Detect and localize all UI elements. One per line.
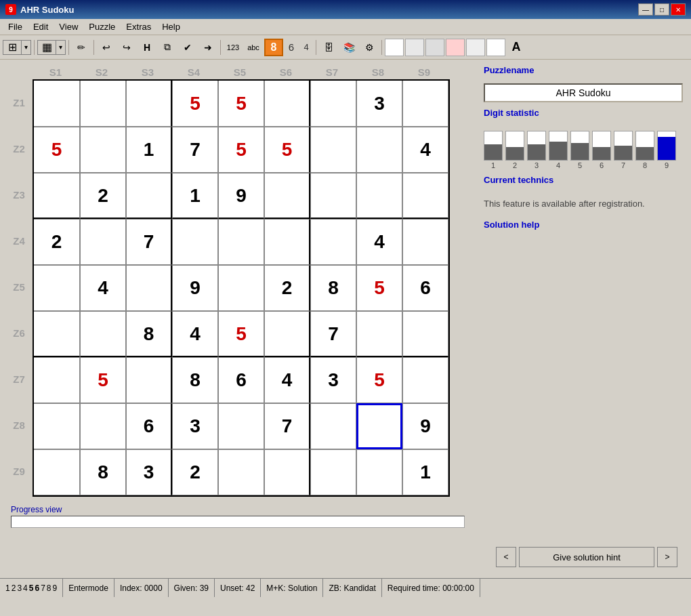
cell-r8-c5[interactable]: [218, 403, 264, 449]
cell-r8-c9[interactable]: 9: [402, 403, 448, 449]
color-btn-5[interactable]: [466, 39, 485, 56]
grid-selector[interactable]: ⊞ ▾: [3, 40, 31, 55]
cell-r6-c5[interactable]: 5: [218, 311, 264, 357]
grid-dropdown-arrow[interactable]: ▾: [21, 41, 30, 54]
cell-r7-c7[interactable]: 3: [310, 357, 356, 403]
cell-r3-c8[interactable]: [356, 173, 402, 219]
cell-r7-c4[interactable]: 8: [172, 357, 218, 403]
cell-r5-c4[interactable]: 9: [172, 265, 218, 311]
redo-button[interactable]: ↪: [117, 39, 136, 56]
cell-r1-c8[interactable]: 3: [356, 81, 402, 127]
digit-8-button[interactable]: 8: [264, 39, 283, 56]
status-digit-9[interactable]: 9: [53, 583, 58, 593]
menu-help[interactable]: Help: [156, 20, 186, 33]
menu-puzzle[interactable]: Puzzle: [83, 20, 121, 33]
cell-r3-c4[interactable]: 1: [172, 173, 218, 219]
cell-r5-c9[interactable]: 6: [402, 265, 448, 311]
cell-r6-c1[interactable]: [34, 311, 80, 357]
cell-r3-c2[interactable]: 2: [80, 173, 126, 219]
cell-r8-c2[interactable]: [80, 403, 126, 449]
cell-r8-c3[interactable]: 6: [126, 403, 172, 449]
cell-r9-c1[interactable]: [34, 449, 80, 495]
btn-text-a[interactable]: A: [507, 39, 526, 56]
btn-abc[interactable]: abc: [244, 39, 263, 56]
btn-arrow[interactable]: ➜: [198, 39, 217, 56]
progress-label[interactable]: Progress view: [11, 505, 465, 514]
pencil-button[interactable]: ✏: [72, 39, 91, 56]
cell-r7-c8[interactable]: 5: [356, 357, 402, 403]
cell-r5-c2[interactable]: 4: [80, 265, 126, 311]
cell-r5-c8[interactable]: 5: [356, 265, 402, 311]
view-selector[interactable]: ▦ ▾: [37, 40, 66, 55]
view-dropdown-arrow[interactable]: ▾: [56, 41, 65, 54]
close-button[interactable]: ✕: [671, 3, 686, 16]
cell-r9-c3[interactable]: 3: [126, 449, 172, 495]
cell-r9-c9[interactable]: 1: [402, 449, 448, 495]
cell-r9-c2[interactable]: 8: [80, 449, 126, 495]
color-btn-4[interactable]: [446, 39, 465, 56]
cell-r7-c3[interactable]: [126, 357, 172, 403]
cell-r7-c2[interactable]: 5: [80, 357, 126, 403]
cell-r8-c8[interactable]: [356, 403, 402, 449]
cell-r7-c5[interactable]: 6: [218, 357, 264, 403]
cell-r4-c5[interactable]: [218, 219, 264, 265]
status-digit-3[interactable]: 3: [17, 583, 22, 593]
cell-r1-c7[interactable]: [310, 81, 356, 127]
cell-r2-c4[interactable]: 7: [172, 127, 218, 173]
cell-r6-c3[interactable]: 8: [126, 311, 172, 357]
cell-r4-c9[interactable]: [402, 219, 448, 265]
btn-stack[interactable]: 📚: [339, 39, 358, 56]
cell-r8-c7[interactable]: [310, 403, 356, 449]
cell-r4-c1[interactable]: 2: [34, 219, 80, 265]
cell-r7-c9[interactable]: [402, 357, 448, 403]
cell-r2-c7[interactable]: [310, 127, 356, 173]
cell-r1-c3[interactable]: [126, 81, 172, 127]
maximize-button[interactable]: □: [654, 3, 669, 16]
cell-r2-c3[interactable]: 1: [126, 127, 172, 173]
status-digit-6[interactable]: 6: [35, 583, 39, 593]
cell-r5-c1[interactable]: [34, 265, 80, 311]
btn-check[interactable]: ✔: [178, 39, 197, 56]
menu-view[interactable]: View: [54, 20, 83, 33]
cell-r2-c6[interactable]: 5: [264, 127, 310, 173]
btn-db[interactable]: 🗄: [319, 39, 338, 56]
cell-r5-c3[interactable]: [126, 265, 172, 311]
menu-file[interactable]: File: [3, 20, 28, 33]
cell-r6-c6[interactable]: [264, 311, 310, 357]
cell-r2-c9[interactable]: 4: [402, 127, 448, 173]
cell-r6-c4[interactable]: 4: [172, 311, 218, 357]
cell-r8-c4[interactable]: 3: [172, 403, 218, 449]
cell-r5-c6[interactable]: 2: [264, 265, 310, 311]
cell-r1-c2[interactable]: [80, 81, 126, 127]
cell-r8-c1[interactable]: [34, 403, 80, 449]
cell-r9-c4[interactable]: 2: [172, 449, 218, 495]
status-digit-8[interactable]: 8: [47, 583, 51, 593]
undo-button[interactable]: ↩: [97, 39, 116, 56]
cell-r3-c1[interactable]: [34, 173, 80, 219]
prev-hint-button[interactable]: <: [496, 547, 516, 567]
cell-r4-c8[interactable]: 4: [356, 219, 402, 265]
next-hint-button[interactable]: >: [657, 547, 677, 567]
cell-r1-c1[interactable]: [34, 81, 80, 127]
cell-r5-c5[interactable]: [218, 265, 264, 311]
cell-r7-c1[interactable]: [34, 357, 80, 403]
cell-r1-c6[interactable]: [264, 81, 310, 127]
btn-h[interactable]: H: [138, 39, 156, 56]
give-hint-button[interactable]: Give solution hint: [519, 547, 654, 567]
cell-r9-c8[interactable]: [356, 449, 402, 495]
cell-r2-c5[interactable]: 5: [218, 127, 264, 173]
cell-r3-c6[interactable]: [264, 173, 310, 219]
cell-r8-c6[interactable]: 7: [264, 403, 310, 449]
cell-r4-c4[interactable]: [172, 219, 218, 265]
color-btn-3[interactable]: [425, 39, 444, 56]
menu-edit[interactable]: Edit: [28, 20, 54, 33]
color-btn-6[interactable]: [486, 39, 505, 56]
cell-r9-c6[interactable]: [264, 449, 310, 495]
cell-r4-c2[interactable]: [80, 219, 126, 265]
cell-r6-c9[interactable]: [402, 311, 448, 357]
cell-r2-c8[interactable]: [356, 127, 402, 173]
btn-123[interactable]: 123: [224, 39, 243, 56]
cell-r2-c2[interactable]: [80, 127, 126, 173]
cell-r6-c8[interactable]: [356, 311, 402, 357]
cell-r3-c7[interactable]: [310, 173, 356, 219]
